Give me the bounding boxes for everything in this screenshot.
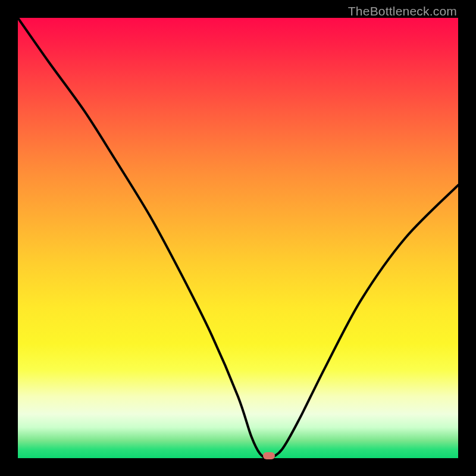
bottleneck-curve bbox=[18, 18, 458, 458]
minimum-point-marker bbox=[263, 452, 275, 459]
watermark-text: TheBottleneck.com bbox=[348, 4, 457, 18]
chart-frame: TheBottleneck.com bbox=[0, 0, 476, 476]
plot-area bbox=[18, 18, 458, 458]
curve-svg bbox=[18, 18, 458, 458]
